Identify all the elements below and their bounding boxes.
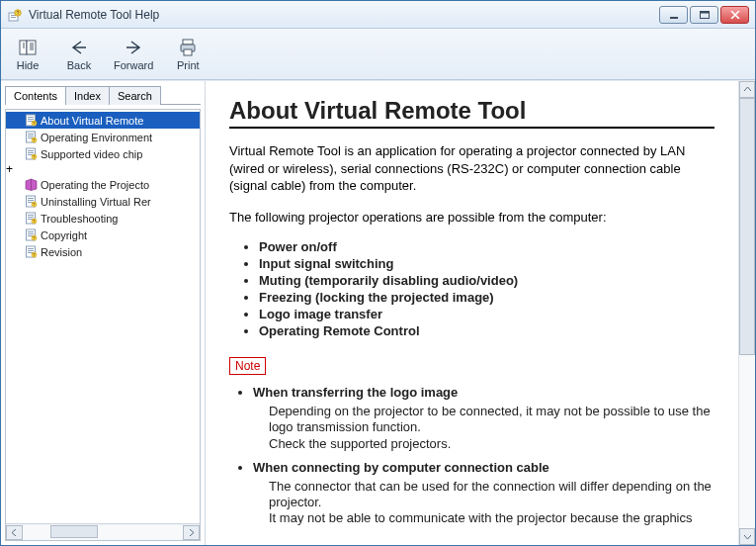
back-button[interactable]: Back xyxy=(62,37,96,71)
svg-rect-32 xyxy=(28,198,34,199)
maximize-button[interactable] xyxy=(690,6,718,24)
workspace: Contents Index Search ?About Virtual Rem… xyxy=(1,80,755,545)
svg-rect-50 xyxy=(28,248,34,249)
svg-rect-5 xyxy=(670,17,678,19)
note-body: The connector that can be used for the c… xyxy=(269,479,714,527)
toolbar: Hide Back Forward Print xyxy=(1,29,755,80)
intro-paragraph: Virtual Remote Tool is an application fo… xyxy=(229,142,714,195)
tree-item-label: About Virtual Remote xyxy=(41,115,143,127)
note-label: Note xyxy=(229,357,266,375)
page-icon: ? xyxy=(24,131,38,144)
hide-icon xyxy=(17,37,39,58)
tree-item-label: Uninstalling Virtual Rer xyxy=(41,196,151,208)
notes-list: When transferring the logo imageDependin… xyxy=(237,385,714,527)
tree-horizontal-scrollbar[interactable] xyxy=(6,523,200,540)
page-icon: ? xyxy=(24,114,38,128)
minimize-button[interactable] xyxy=(659,6,688,24)
hide-label: Hide xyxy=(17,59,40,71)
svg-rect-7 xyxy=(700,11,709,13)
tab-contents[interactable]: Contents xyxy=(5,86,66,105)
book-icon xyxy=(24,178,38,192)
svg-text:?: ? xyxy=(16,10,19,16)
page-title: About Virtual Remote Tool xyxy=(229,97,714,129)
navigation-pane: Contents Index Search ?About Virtual Rem… xyxy=(1,81,206,545)
svg-rect-38 xyxy=(28,215,34,216)
window-controls xyxy=(659,6,749,24)
operation-item: Logo image transfer xyxy=(259,306,714,322)
page-icon: ? xyxy=(24,212,38,226)
tab-index[interactable]: Index xyxy=(65,86,110,105)
close-button[interactable] xyxy=(720,6,749,24)
scroll-down-arrow-icon[interactable] xyxy=(739,528,755,545)
note-body: Depending on the projector to be connect… xyxy=(269,404,714,452)
contents-tree: ?About Virtual Remote?Operating Environm… xyxy=(5,109,201,541)
print-icon xyxy=(177,37,199,58)
operation-item: Input signal switching xyxy=(259,255,714,272)
tree-item-label: Copyright xyxy=(41,229,87,241)
content-vertical-scrollbar[interactable] xyxy=(738,81,755,545)
forward-icon xyxy=(123,37,144,58)
scroll-right-arrow-icon[interactable] xyxy=(183,525,200,540)
scroll-thumb[interactable] xyxy=(50,525,98,538)
back-label: Back xyxy=(67,59,91,71)
expand-toggle[interactable]: + xyxy=(6,162,200,176)
operation-item: Operating Remote Control xyxy=(259,322,714,339)
scroll-up-arrow-icon[interactable] xyxy=(739,81,755,98)
tree-item[interactable]: ?About Virtual Remote xyxy=(6,112,200,129)
page-icon: ? xyxy=(24,228,38,242)
tree-item[interactable]: ?Uninstalling Virtual Rer xyxy=(6,193,200,210)
svg-rect-27 xyxy=(28,152,34,153)
tree-item[interactable]: ?Supported video chip xyxy=(6,145,200,162)
ops-lead: The following projector operations are p… xyxy=(229,209,714,227)
scroll-left-arrow-icon[interactable] xyxy=(6,525,23,540)
tree-item[interactable]: Operating the Projecto xyxy=(6,176,200,193)
svg-rect-12 xyxy=(184,49,192,55)
tree-item-label: Supported video chip xyxy=(41,148,142,160)
svg-rect-2 xyxy=(11,17,16,18)
svg-rect-44 xyxy=(28,231,34,232)
tree-item-label: Operating the Projecto xyxy=(41,179,149,191)
svg-rect-26 xyxy=(28,150,34,151)
note-title: When transferring the logo image xyxy=(253,385,714,400)
note-item: When connecting by computer connection c… xyxy=(253,460,714,527)
window-title: Virtual Remote Tool Help xyxy=(29,8,659,22)
svg-rect-33 xyxy=(28,200,34,201)
tree-item[interactable]: ?Operating Environment xyxy=(6,129,200,145)
scroll-track[interactable] xyxy=(23,525,183,540)
svg-rect-45 xyxy=(28,233,34,234)
print-button[interactable]: Print xyxy=(171,37,205,71)
operation-item: Muting (temporarily disabling audio/vide… xyxy=(259,272,714,289)
operation-item: Freezing (locking the projected image) xyxy=(259,289,714,306)
page-icon: ? xyxy=(24,245,38,259)
tree-item[interactable]: ?Revision xyxy=(6,243,200,260)
page-icon: ? xyxy=(24,147,38,161)
note-title: When connecting by computer connection c… xyxy=(253,460,714,475)
tab-search[interactable]: Search xyxy=(109,86,161,105)
titlebar: ? Virtual Remote Tool Help xyxy=(1,1,755,29)
svg-rect-20 xyxy=(28,134,34,135)
print-label: Print xyxy=(177,59,200,71)
svg-rect-15 xyxy=(28,119,34,120)
content-pane: About Virtual Remote Tool Virtual Remote… xyxy=(206,81,755,545)
tree-item-label: Operating Environment xyxy=(41,132,152,143)
vscroll-thumb[interactable] xyxy=(739,98,755,355)
svg-rect-51 xyxy=(28,250,34,251)
help-window: ? Virtual Remote Tool Help Hide xyxy=(0,0,756,546)
tree-item[interactable]: ?Troubleshooting xyxy=(6,210,200,227)
operations-list: Power on/offInput signal switchingMuting… xyxy=(229,238,714,339)
svg-rect-10 xyxy=(183,40,193,45)
tree-item[interactable]: ?Copyright xyxy=(6,227,200,243)
nav-tabs: Contents Index Search xyxy=(5,85,201,105)
forward-label: Forward xyxy=(114,59,153,71)
operation-item: Power on/off xyxy=(259,238,714,255)
tree-item-label: Troubleshooting xyxy=(41,213,118,225)
svg-rect-21 xyxy=(28,136,34,136)
back-icon xyxy=(68,37,90,58)
forward-button[interactable]: Forward xyxy=(114,37,153,71)
note-item: When transferring the logo imageDependin… xyxy=(253,385,714,452)
page-icon: ? xyxy=(24,195,38,209)
hide-button[interactable]: Hide xyxy=(11,37,44,71)
content-body: About Virtual Remote Tool Virtual Remote… xyxy=(206,81,738,545)
vscroll-track[interactable] xyxy=(739,98,755,528)
svg-rect-39 xyxy=(28,217,34,218)
